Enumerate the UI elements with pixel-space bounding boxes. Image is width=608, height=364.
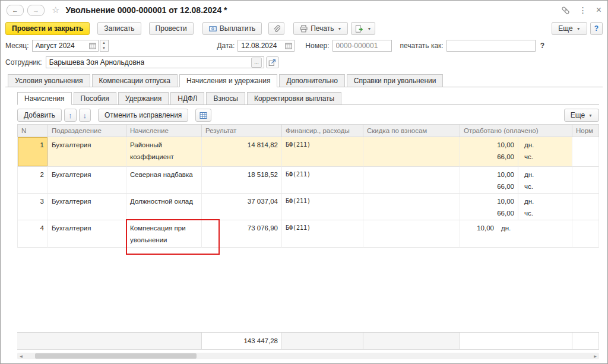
cell-department[interactable]: Бухгалтерия	[48, 137, 126, 167]
calendar-icon[interactable]	[285, 42, 292, 49]
table-empty-area[interactable]	[17, 248, 599, 332]
cell-result[interactable]: 37 037,04	[202, 194, 282, 220]
post-and-close-button[interactable]: Провести и закрыть	[5, 22, 90, 35]
cell-discount[interactable]	[363, 194, 460, 220]
cell-result[interactable]: 18 518,52	[202, 167, 282, 194]
more-button[interactable]: Еще ▼	[552, 22, 587, 35]
pay-button[interactable]: Выплатить	[202, 22, 262, 35]
employee-field[interactable]: Барышева Зоя Арнольдовна ...	[46, 56, 264, 68]
cell-norm[interactable]	[572, 137, 599, 167]
cell-financing[interactable]: БФ(211)	[282, 137, 363, 167]
col-norm[interactable]: Норм	[572, 124, 599, 137]
move-down-button[interactable]: ↓	[79, 109, 91, 122]
cell-worked-unit[interactable]: дн.чс.	[518, 137, 572, 167]
cell-accrual[interactable]: Районный коэффициент	[126, 137, 202, 167]
cell-worked-unit[interactable]: дн.чс.	[518, 167, 572, 194]
cell-department[interactable]: Бухгалтерия	[48, 194, 126, 220]
back-button[interactable]: ←	[7, 5, 24, 16]
write-button[interactable]: Записать	[97, 22, 141, 35]
stepper-up-icon[interactable]: ▲	[100, 40, 108, 46]
move-up-button[interactable]: ↑	[64, 109, 77, 122]
cell-financing[interactable]: БФ(211)	[282, 194, 363, 220]
col-department[interactable]: Подразделение	[48, 124, 126, 137]
choose-ellipsis-button[interactable]: ...	[251, 58, 262, 68]
cell-accrual[interactable]: Компенсация при увольнении (выходное	[126, 220, 202, 248]
sub-tabs: Начисления Пособия Удержания НДФЛ Взносы…	[17, 92, 599, 105]
table-more-button[interactable]: Еще ▼	[564, 109, 599, 122]
cell-discount[interactable]	[363, 220, 460, 248]
add-row-button[interactable]: Добавить	[17, 109, 62, 122]
print-button[interactable]: Печать ▼	[293, 22, 348, 35]
date-field[interactable]: 12.08.2024	[238, 40, 294, 52]
cell-worked-value[interactable]: 10,0066,00	[460, 167, 518, 194]
forward-button[interactable]: →	[27, 5, 45, 16]
pay-icon	[209, 25, 217, 33]
cell-n[interactable]: 1	[17, 137, 48, 167]
cell-department[interactable]: Бухгалтерия	[48, 220, 126, 248]
month-stepper[interactable]: ▲ ▼	[100, 40, 109, 52]
cell-result[interactable]: 73 076,90	[202, 220, 282, 248]
cell-norm[interactable]	[572, 167, 599, 194]
tab-ndfl[interactable]: НДФЛ	[170, 92, 204, 105]
cell-financing[interactable]: БФ(211)	[282, 167, 363, 194]
cell-worked-value[interactable]: 10,0066,00	[460, 137, 518, 167]
cell-n[interactable]: 2	[17, 167, 48, 194]
print-as-field[interactable]	[446, 40, 536, 52]
calendar-icon[interactable]	[89, 42, 96, 49]
paperclip-icon	[273, 25, 280, 33]
export-button[interactable]: ▼	[351, 22, 375, 35]
cell-norm[interactable]	[572, 194, 599, 220]
main-tabs: Условия увольнения Компенсации отпуска Н…	[5, 74, 603, 87]
undo-corrections-button[interactable]: Отменить исправления	[98, 109, 188, 122]
month-field[interactable]: Август 2024	[32, 40, 99, 52]
scroll-left-icon[interactable]: ◀	[17, 353, 25, 359]
tab-usloviya-uvolneniya[interactable]: Условия увольнения	[8, 74, 90, 87]
tab-korrektirovki-vyplaty[interactable]: Корректировки выплаты	[247, 92, 341, 105]
col-discount[interactable]: Скидка по взносам	[363, 124, 460, 137]
scrollbar-thumb[interactable]	[35, 353, 197, 359]
cell-department[interactable]: Бухгалтерия	[48, 167, 126, 194]
scroll-right-icon[interactable]: ▶	[591, 353, 599, 359]
cell-accrual[interactable]: Северная надбавка	[126, 167, 202, 194]
menu-kebab-icon[interactable]: ⋮	[579, 5, 587, 15]
link-icon[interactable]	[561, 6, 570, 15]
col-financing[interactable]: Финансир., расходы	[282, 124, 363, 137]
post-button[interactable]: Провести	[149, 22, 194, 35]
favorite-star-icon[interactable]: ☆	[52, 5, 59, 15]
change-form-button[interactable]	[195, 109, 211, 122]
cell-worked-value[interactable]: 10,0066,00	[460, 194, 518, 220]
col-accrual[interactable]: Начисление	[126, 124, 202, 137]
cell-discount[interactable]	[363, 167, 460, 194]
cell-n[interactable]: 3	[17, 194, 48, 220]
tab-posobiya[interactable]: Пособия	[74, 92, 116, 105]
col-n[interactable]: N	[17, 124, 48, 137]
cell-norm[interactable]	[572, 220, 599, 248]
open-employee-button[interactable]	[266, 56, 279, 68]
cell-discount[interactable]	[363, 137, 460, 167]
tab-dopolnitelno[interactable]: Дополнительно	[279, 74, 344, 87]
number-field[interactable]: 0000-000001	[332, 40, 392, 52]
horizontal-scrollbar[interactable]: ◀ ▶	[17, 353, 599, 359]
help-button[interactable]: ?	[590, 22, 603, 35]
print-as-help[interactable]: ?	[540, 42, 544, 50]
cell-worked-unit[interactable]: дн.чс.	[518, 194, 572, 220]
close-icon[interactable]: ×	[596, 5, 601, 15]
cell-accrual[interactable]: Должностной оклад	[126, 194, 202, 220]
cell-financing[interactable]: БФ(211)	[282, 220, 363, 248]
tab-vznosy[interactable]: Взносы	[206, 92, 245, 105]
cell-result[interactable]: 14 814,82	[202, 137, 282, 167]
tab-nachisleniya[interactable]: Начисления	[17, 92, 72, 105]
chevron-down-icon: ▼	[588, 113, 593, 118]
attachments-button[interactable]	[268, 22, 284, 35]
tab-nachisleniya-i-uderzhaniya[interactable]: Начисления и удержания	[179, 74, 277, 87]
tab-uderzhaniya[interactable]: Удержания	[118, 92, 169, 105]
cell-worked[interactable]: 10,00 дн.	[460, 220, 572, 248]
stepper-down-icon[interactable]: ▼	[100, 46, 108, 51]
number-label: Номер:	[305, 42, 329, 50]
tab-spravki-pri-uvolnenii[interactable]: Справки при увольнении	[347, 74, 444, 87]
col-worked[interactable]: Отработано (оплачено)	[460, 124, 572, 137]
cell-n[interactable]: 4	[17, 220, 48, 248]
tab-kompensacii-otpuska[interactable]: Компенсации отпуска	[92, 74, 178, 87]
col-result[interactable]: Результат	[202, 124, 282, 137]
form-row-employee: Сотрудник: Барышева Зоя Арнольдовна ...	[1, 55, 607, 69]
